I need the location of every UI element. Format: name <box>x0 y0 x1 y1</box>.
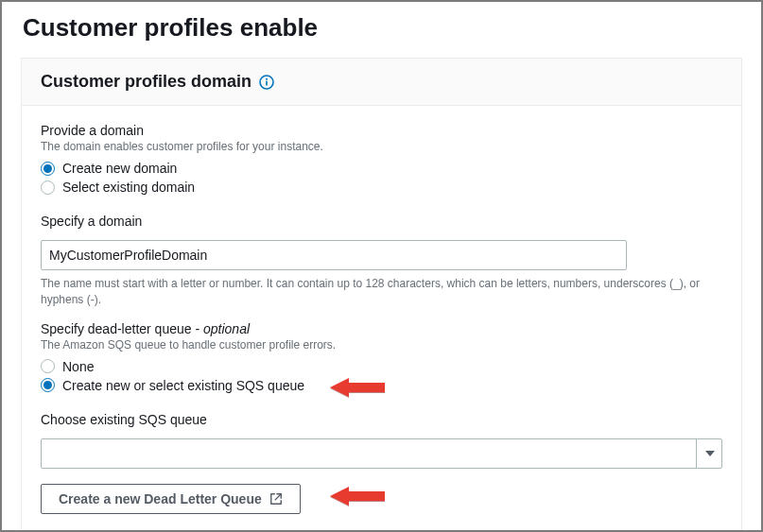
dlq-label-optional: optional <box>203 321 250 336</box>
domain-name-input[interactable] <box>41 240 627 270</box>
radio-dlq-none[interactable]: None <box>41 359 722 374</box>
svg-point-1 <box>266 77 268 79</box>
radio-icon[interactable] <box>41 162 55 176</box>
radio-select-existing-domain[interactable]: Select existing domain <box>41 180 722 195</box>
specify-domain-label: Specify a domain <box>41 214 722 229</box>
radio-icon[interactable] <box>41 180 55 195</box>
panel-title: Customer profiles domain <box>41 72 251 92</box>
choose-queue-label: Choose existing SQS queue <box>41 412 722 427</box>
provide-domain-label: Provide a domain <box>41 123 722 138</box>
radio-label: Create new domain <box>62 161 177 176</box>
svg-marker-5 <box>330 487 385 506</box>
radio-label: Select existing domain <box>62 180 195 195</box>
external-link-icon <box>269 492 283 506</box>
svg-rect-2 <box>266 80 268 85</box>
radio-label: None <box>62 359 94 374</box>
page-title: Customer profiles enable <box>23 13 742 43</box>
radio-create-new-domain[interactable]: Create new domain <box>41 161 722 176</box>
radio-icon[interactable] <box>41 359 55 373</box>
radio-icon[interactable] <box>41 378 55 392</box>
create-dead-letter-queue-button[interactable]: Create a new Dead Letter Queue <box>41 484 301 514</box>
dlq-label-prefix: Specify dead-letter queue - <box>41 321 203 336</box>
specify-domain-help: The name must start with a letter or num… <box>41 276 722 308</box>
radio-label: Create new or select existing SQS queue <box>62 378 304 393</box>
provide-domain-help: The domain enables customer profiles for… <box>41 140 722 153</box>
button-label: Create a new Dead Letter Queue <box>59 491 262 506</box>
annotation-arrow-icon <box>330 485 387 507</box>
dlq-help: The Amazon SQS queue to handle customer … <box>41 338 722 352</box>
info-icon[interactable] <box>259 75 274 90</box>
customer-profiles-domain-panel: Customer profiles domain Provide a domai… <box>21 58 742 532</box>
dlq-label: Specify dead-letter queue - optional <box>41 321 722 336</box>
radio-dlq-create-or-select[interactable]: Create new or select existing SQS queue <box>41 378 722 393</box>
panel-header: Customer profiles domain <box>22 59 741 106</box>
sqs-queue-select[interactable] <box>41 438 722 469</box>
